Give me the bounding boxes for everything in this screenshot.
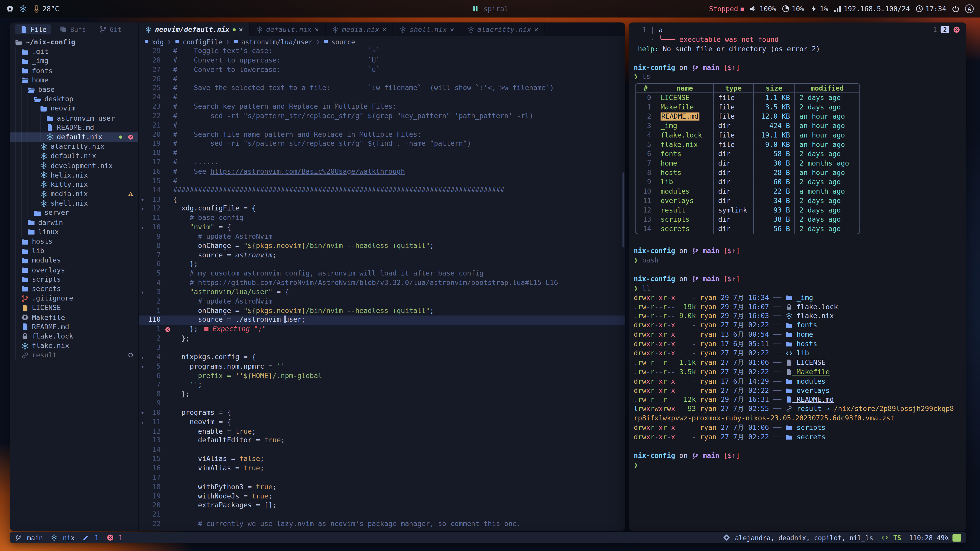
table-row: 11overlaysdir34 B2 days ago — [636, 197, 859, 206]
breadcrumb-item[interactable]: astronvim/lua/user — [233, 38, 313, 45]
tree-item-label: media.nix — [51, 190, 88, 198]
editor-tab[interactable]: neovim/default.nix●× — [139, 22, 250, 36]
tree-item[interactable]: neovim — [10, 104, 138, 113]
tab-close-icon[interactable]: × — [382, 25, 387, 33]
fold-marker[interactable]: ▾ — [139, 288, 146, 297]
tree-tab-git[interactable]: Git — [94, 24, 127, 35]
fold-marker[interactable]: ▾ — [139, 353, 146, 362]
tree-item[interactable]: flake.lock — [10, 332, 138, 341]
terminal-tab-2[interactable]: 2 — [941, 26, 950, 33]
tree-item[interactable]: result — [10, 351, 138, 360]
tree-item[interactable]: lib — [10, 246, 138, 256]
tree-tab-file[interactable]: File — [15, 24, 52, 35]
tree-item[interactable]: default.nix — [10, 132, 138, 142]
tree-item[interactable]: media.nix — [10, 189, 138, 199]
fold-marker[interactable]: ▾ — [139, 418, 146, 427]
tree-item[interactable]: kitty.nix — [10, 180, 138, 189]
editor-tab[interactable]: default.nix× — [250, 22, 326, 36]
code-text: # currently we use lazy.nvim as neovim's… — [173, 520, 520, 529]
tree-item-label: modules — [32, 256, 61, 265]
tree-item[interactable]: server — [10, 208, 138, 218]
breadcrumb-item[interactable]: xdg — [144, 38, 164, 45]
tab-close-icon[interactable]: × — [450, 25, 454, 33]
tree-item[interactable]: shell.nix — [10, 199, 138, 208]
table-cell: dir — [713, 121, 753, 131]
tree-item[interactable]: ~/nix-config — [10, 38, 138, 47]
tree-item[interactable]: secrets — [10, 284, 138, 294]
indent-guide — [21, 142, 27, 151]
tree-item[interactable]: base — [10, 85, 138, 94]
tree-item[interactable]: flake.nix — [10, 341, 138, 351]
tree-item[interactable]: alacritty.nix — [10, 142, 138, 151]
tree-tab-bufs[interactable]: Bufs — [55, 24, 91, 35]
table-cell: 13 — [636, 215, 655, 224]
tree-item[interactable]: home — [10, 76, 138, 85]
snow-icon — [332, 26, 339, 33]
tree-item[interactable]: .git — [10, 47, 138, 56]
table-cell: dir — [713, 224, 753, 234]
tree-item[interactable]: modules — [10, 256, 138, 265]
tab-label: media.nix — [342, 25, 379, 33]
tree-item[interactable]: development.nix — [10, 161, 138, 170]
user-badge[interactable]: A — [965, 4, 974, 13]
tree-item[interactable]: astronvim_user — [10, 113, 138, 123]
tab-close-icon[interactable]: × — [315, 25, 319, 33]
tree-item[interactable]: Makefile — [10, 313, 138, 322]
indent-guide — [15, 170, 21, 180]
terminal-line: drwxr-xr-x - ryan 17 6月 14:29 ── modules — [634, 377, 966, 386]
fold-marker[interactable]: ▾ — [139, 408, 146, 418]
breadcrumb-item[interactable]: source — [323, 38, 355, 45]
tree-item[interactable]: fonts — [10, 66, 138, 76]
pause-icon[interactable] — [472, 5, 479, 13]
code-line: ▾4 nixpkgs.config = { — [139, 353, 625, 362]
tree-item-label: LICENSE — [32, 304, 61, 312]
file-tree[interactable]: ~/nix-config.git_imgfontshomebasedesktop… — [10, 36, 138, 531]
lock-icon — [21, 333, 29, 340]
table-cell: an hour ago — [794, 121, 859, 131]
tab-close-icon[interactable]: × — [534, 25, 538, 33]
fold-marker[interactable]: ▾ — [139, 195, 146, 204]
tree-item[interactable]: hosts — [10, 237, 138, 246]
editor-scrollbar-thumb[interactable] — [622, 172, 624, 248]
breadcrumb-separator-icon: ❯ — [226, 38, 229, 44]
terminal-close-icon[interactable] — [953, 26, 960, 33]
editor-buffer[interactable]: 29# Toggle text's case: `~`28# Convert t… — [139, 47, 625, 531]
tree-item[interactable]: README.md — [10, 123, 138, 132]
tree-item[interactable]: _img — [10, 56, 138, 66]
tree-item[interactable]: desktop — [10, 94, 138, 104]
file-tree-sidebar: FileBufsGit ~/nix-config.git_imgfontshom… — [10, 22, 138, 531]
table-cell: 19.1 KB — [753, 131, 794, 140]
fold-marker[interactable]: ▾ — [139, 205, 146, 214]
breadcrumb-item[interactable]: configFile — [175, 38, 222, 45]
tree-item[interactable]: overlays — [10, 265, 138, 275]
tree-item[interactable]: darwin — [10, 218, 138, 227]
tree-item[interactable]: helix.nix — [10, 170, 138, 180]
neovim-window[interactable]: FileBufsGit ~/nix-config.git_imgfontshom… — [10, 22, 625, 531]
tree-item[interactable]: .gitignore — [10, 294, 138, 303]
fold-marker[interactable]: ▾ — [139, 362, 146, 372]
pencil-icon — [83, 534, 89, 541]
editor-tab[interactable]: alacritty.nix× — [461, 22, 545, 36]
tab-close-icon[interactable]: × — [239, 25, 243, 33]
indent-guide — [27, 208, 34, 218]
editor-tab[interactable]: media.nix× — [326, 22, 393, 36]
power-button[interactable] — [952, 5, 959, 13]
table-cell: secrets — [655, 224, 713, 234]
tree-item[interactable]: default.nix — [10, 151, 138, 161]
code-text: # Toggle text's case: `~` — [173, 47, 380, 56]
terminal-tab-1[interactable]: 1 — [933, 26, 937, 33]
sym-icon — [323, 39, 329, 44]
table-cell: 10 — [636, 187, 655, 197]
indent-guide — [15, 66, 21, 76]
tree-item[interactable]: LICENSE — [10, 303, 138, 313]
tab-label: shell.nix — [410, 25, 447, 33]
editor-tab[interactable]: shell.nix× — [393, 22, 461, 36]
line-number: 16 — [146, 167, 165, 176]
tree-item[interactable]: scripts — [10, 275, 138, 284]
tree-item[interactable]: README.md — [10, 322, 138, 332]
table-cell: an hour ago — [794, 131, 859, 140]
fold-marker[interactable]: ▾ — [139, 223, 146, 232]
terminal-window[interactable]: 1 2 1 | a · ╰─── executable was not foun… — [629, 22, 966, 531]
tree-item[interactable]: linux — [10, 227, 138, 237]
line-number: 28 — [146, 56, 165, 65]
